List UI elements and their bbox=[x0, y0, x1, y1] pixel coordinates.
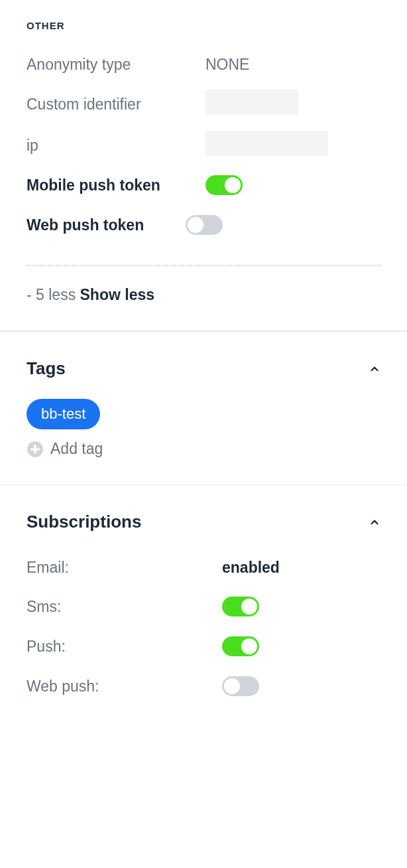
sms-label: Sms: bbox=[27, 598, 222, 616]
email-label: Email: bbox=[27, 559, 222, 577]
other-section: OTHER Anonymity type NONE Custom identif… bbox=[0, 0, 407, 331]
chevron-up-icon bbox=[369, 363, 380, 375]
web-push-label: Web push: bbox=[27, 678, 222, 695]
custom-identifier-label: Custom identifier bbox=[27, 96, 205, 113]
redacted-value bbox=[205, 131, 328, 156]
show-less-link[interactable]: Show less bbox=[80, 286, 154, 303]
web-push-row: Web push: bbox=[27, 676, 380, 696]
anonymity-value: NONE bbox=[205, 56, 249, 74]
redacted-value bbox=[205, 90, 298, 115]
chevron-up-icon bbox=[369, 516, 380, 528]
ip-row: ip bbox=[27, 131, 380, 160]
add-tag-label: Add tag bbox=[50, 440, 103, 458]
push-toggle[interactable] bbox=[222, 636, 259, 656]
show-less-prefix: - 5 less bbox=[27, 286, 80, 303]
anonymity-label: Anonymity type bbox=[27, 56, 205, 74]
anonymity-row: Anonymity type NONE bbox=[27, 51, 380, 78]
other-heading: OTHER bbox=[27, 20, 380, 31]
tags-section: Tags bb-test Add tag bbox=[0, 331, 407, 485]
tags-body: bb-test Add tag bbox=[27, 399, 380, 458]
email-row: Email: enabled bbox=[27, 559, 380, 577]
sms-toggle[interactable] bbox=[222, 597, 259, 616]
web-push-token-toggle[interactable] bbox=[186, 215, 223, 235]
push-row: Push: bbox=[27, 636, 380, 656]
tags-header[interactable]: Tags bbox=[27, 358, 380, 379]
tags-title: Tags bbox=[27, 358, 66, 379]
add-tag-button[interactable]: Add tag bbox=[27, 440, 380, 458]
custom-identifier-value bbox=[205, 90, 298, 119]
mobile-push-label: Mobile push token bbox=[27, 177, 205, 194]
subscriptions-body: Email: enabled Sms: Push: Web push: bbox=[27, 559, 380, 696]
custom-identifier-row: Custom identifier bbox=[27, 90, 380, 119]
web-push-token-row: Web push token bbox=[27, 212, 380, 238]
divider bbox=[27, 265, 380, 266]
sms-row: Sms: bbox=[27, 597, 380, 616]
tag-pill[interactable]: bb-test bbox=[27, 399, 100, 429]
subscriptions-header[interactable]: Subscriptions bbox=[27, 512, 380, 532]
web-push-token-label: Web push token bbox=[27, 216, 186, 234]
ip-label: ip bbox=[27, 137, 205, 155]
push-label: Push: bbox=[27, 638, 222, 656]
web-push-toggle[interactable] bbox=[222, 676, 259, 696]
show-less-row[interactable]: - 5 less Show less bbox=[27, 286, 380, 304]
plus-circle-icon bbox=[27, 441, 44, 458]
email-value: enabled bbox=[222, 559, 280, 577]
mobile-push-row: Mobile push token bbox=[27, 172, 380, 198]
subscriptions-title: Subscriptions bbox=[27, 512, 141, 532]
ip-value bbox=[205, 131, 328, 160]
subscriptions-section: Subscriptions Email: enabled Sms: Push: … bbox=[0, 484, 407, 736]
mobile-push-toggle[interactable] bbox=[205, 175, 243, 195]
